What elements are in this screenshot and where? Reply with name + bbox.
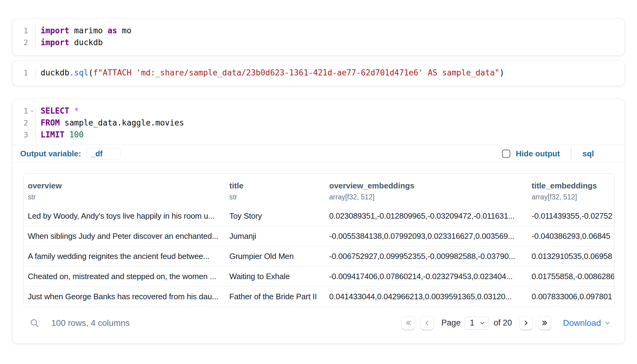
chevron-down-icon (604, 319, 611, 326)
code-token: ( (89, 68, 93, 77)
code-token: FROM (41, 118, 60, 127)
first-page-button[interactable] (401, 316, 415, 330)
code-token: marimo (69, 26, 107, 35)
table-cell: 0.023089351,-0.012809965,-0.03209472,-0.… (325, 206, 527, 226)
chevron-down-icon (479, 320, 486, 326)
column-name[interactable]: title (229, 181, 325, 190)
table-cell: -0.040386293,0.06845 (527, 226, 614, 246)
column-type: str (229, 193, 325, 201)
table-cell: 0.007833006,0.097801 (527, 287, 614, 307)
table-footer: 100 rows, 4 columns Page 1 (13, 307, 624, 343)
code-line[interactable]: SELECT * (41, 105, 624, 117)
table-cell: Jumanji (225, 226, 325, 246)
code-cell-imports: 12import marimo as moimport duckdb (12, 18, 625, 56)
code-token: * (74, 106, 79, 115)
column-header-title_embeddings[interactable]: title_embeddingsarray[f32, 512] (527, 174, 614, 206)
code-token: import (41, 26, 69, 35)
page-select[interactable]: 1 (465, 316, 489, 329)
code-cell-attach-database: 1duckdb.sql(f"ATTACH 'md:_share/sample_d… (12, 60, 625, 86)
table-cell: Just when George Banks has recovered fro… (24, 287, 225, 307)
fold-chevron-down-icon[interactable] (30, 108, 35, 114)
table-cell: 0.0132910535,0.06958 (527, 246, 614, 267)
page-label: Page (441, 318, 460, 328)
double-chevron-right-icon (541, 319, 549, 327)
code-token: 100 (69, 130, 84, 139)
code-content[interactable]: SELECT *FROM sample_data.kaggle.moviesLI… (36, 105, 624, 141)
column-name[interactable]: overview_embeddings (329, 181, 527, 190)
code-editor-sql[interactable]: 123SELECT *FROM sample_data.kaggle.movie… (13, 99, 624, 145)
table-cell: -0.0055384138,0.07992093,0.023316627,0.0… (325, 226, 527, 246)
table-cell: Father of the Bride Part II (225, 287, 325, 307)
table-row: Led by Woody, Andy's toys live happily i… (24, 206, 614, 226)
line-number: 3 (13, 129, 35, 141)
last-page-button[interactable] (538, 316, 552, 330)
code-line[interactable]: duckdb.sql(f"ATTACH 'md:_share/sample_da… (41, 67, 624, 79)
line-number: 1 (13, 25, 35, 37)
notebook: 12import marimo as moimport duckdb 1duck… (0, 0, 637, 344)
code-line[interactable]: import duckdb (41, 37, 624, 49)
chevron-left-icon (423, 319, 431, 327)
page-select-value: 1 (470, 318, 474, 328)
table-cell: 0.01755858,-0.0086286 (527, 267, 614, 287)
code-token (69, 106, 74, 115)
code-token: as (107, 26, 117, 35)
table-cell: -0.009417406,0.07860214,-0.023279453,0.0… (325, 267, 527, 287)
output-variable-label: Output variable: (20, 149, 81, 158)
column-header-title[interactable]: titlestr (225, 174, 325, 206)
code-content[interactable]: duckdb.sql(f"ATTACH 'md:_share/sample_da… (36, 67, 624, 79)
line-number-gutter: 12 (13, 25, 36, 49)
line-number-gutter: 123 (13, 105, 36, 141)
code-token: duckdb (41, 68, 69, 77)
line-number: 2 (13, 117, 35, 129)
code-line[interactable]: FROM sample_data.kaggle.movies (41, 117, 624, 129)
code-token: LIMIT (41, 130, 64, 139)
code-token: mo (117, 26, 131, 35)
table-row: Just when George Banks has recovered fro… (24, 287, 614, 307)
code-editor-attach[interactable]: 1duckdb.sql(f"ATTACH 'md:_share/sample_d… (13, 61, 624, 86)
hide-output-label[interactable]: Hide output (516, 149, 560, 158)
table-cell: Cheated on, mistreated and stepped on, t… (24, 267, 225, 287)
results-table-container: overviewstrtitlestroverview_embeddingsar… (23, 173, 614, 307)
search-icon (30, 318, 39, 328)
row-count-label: 100 rows, 4 columns (51, 318, 130, 328)
search-button[interactable] (29, 318, 40, 328)
code-token: f"ATTACH 'md:_share/sample_data/23b0d623… (93, 68, 500, 77)
code-line[interactable]: LIMIT 100 (41, 129, 624, 141)
code-token: duckdb (69, 38, 103, 47)
toolbar-divider (571, 147, 571, 160)
column-header-overview_embeddings[interactable]: overview_embeddingsarray[f32, 512] (325, 174, 527, 206)
column-type: str (28, 193, 225, 201)
table-row: When siblings Judy and Peter discover an… (24, 226, 614, 246)
total-pages-label: of 20 (493, 318, 512, 328)
table-cell: Toy Story (225, 206, 325, 226)
output-variable-input[interactable] (86, 148, 121, 159)
code-token: ) (500, 68, 504, 77)
line-number: 1 (13, 105, 35, 117)
line-number-gutter: 1 (13, 67, 36, 79)
code-token: SELECT (41, 106, 69, 115)
prev-page-button[interactable] (420, 316, 434, 330)
table-cell: Waiting to Exhale (225, 267, 325, 287)
table-cell: A family wedding reignites the ancient f… (24, 246, 225, 267)
chevron-right-icon (522, 319, 530, 327)
language-badge[interactable]: sql (582, 149, 594, 158)
column-type: array[f32, 512] (329, 193, 527, 201)
double-chevron-left-icon (404, 319, 412, 327)
download-label: Download (563, 318, 601, 328)
code-line[interactable]: import marimo as mo (41, 25, 624, 37)
column-name[interactable]: title_embeddings (532, 181, 614, 190)
column-header-overview[interactable]: overviewstr (24, 174, 225, 206)
code-content[interactable]: import marimo as moimport duckdb (36, 25, 624, 49)
download-button[interactable]: Download (563, 318, 611, 328)
hide-output-checkbox[interactable] (502, 150, 510, 158)
column-name[interactable]: overview (28, 181, 225, 190)
next-page-button[interactable] (519, 316, 533, 330)
table-cell: Grumpier Old Men (225, 246, 325, 267)
code-token (64, 130, 69, 139)
line-number: 1 (13, 67, 35, 79)
table-row: Cheated on, mistreated and stepped on, t… (24, 267, 614, 287)
line-number: 2 (13, 37, 35, 49)
column-type: array[f32, 512] (532, 193, 614, 201)
results-table: overviewstrtitlestroverview_embeddingsar… (24, 174, 614, 307)
code-editor-imports[interactable]: 12import marimo as moimport duckdb (13, 19, 624, 55)
